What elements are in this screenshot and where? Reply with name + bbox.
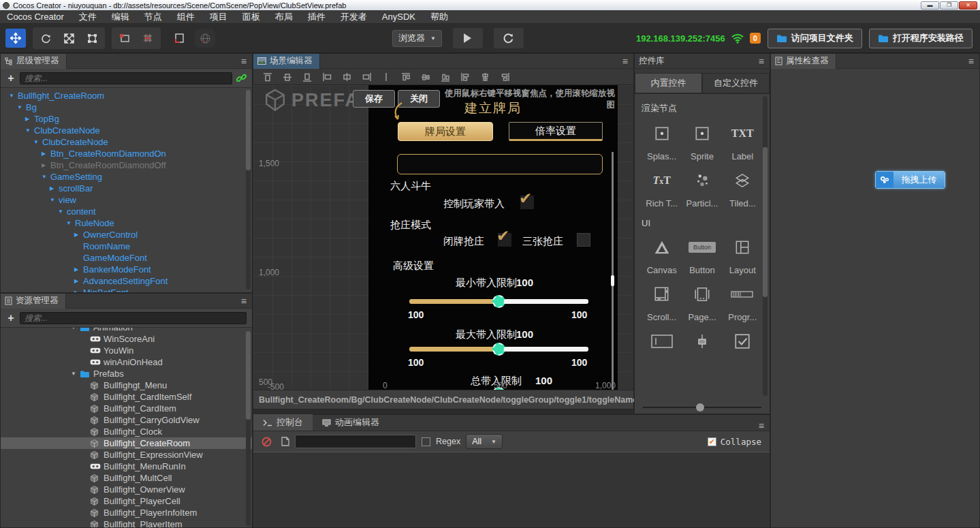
widget-toggle[interactable] [723,329,763,369]
clear-console-icon[interactable] [262,437,272,447]
collapse-checkbox[interactable]: ✔ [708,437,716,446]
dialog-name-input[interactable] [397,154,603,174]
widgets-menu-icon[interactable]: ≡ [759,57,764,66]
asset-item-Bullfight_PlayerCell[interactable]: Bullfight_PlayerCell [1,495,252,507]
align-vcenter-icon[interactable] [283,72,292,82]
hierarchy-node-RoomName[interactable]: RoomName [1,240,252,252]
widget-tiledmap[interactable]: Tiled... [723,168,763,208]
anchor-position-button[interactable] [114,29,135,48]
widget-scrollview[interactable]: Scroll... [642,282,682,322]
hierarchy-node-BankerModeFont[interactable]: ▶BankerModeFont [1,264,252,275]
widgets-tab-custom[interactable]: 自定义控件 [702,73,770,93]
align-bottom-icon[interactable] [302,72,312,82]
expand-arrow-icon[interactable]: ▼ [42,174,50,180]
collapse-arrow-icon[interactable]: ▶ [42,162,50,168]
asset-item-Bullfight_CreateRoom[interactable]: Bullfight_CreateRoom [1,437,252,449]
hierarchy-node-TopBg[interactable]: ▶TopBg [1,113,252,125]
menu-item-2[interactable]: 编辑 [105,11,136,23]
distribute-right-icon[interactable] [500,72,509,82]
scene-menu-icon[interactable]: ≡ [622,57,628,66]
widget-progressbar[interactable]: Progr... [723,282,763,322]
min-buyin-slider-track-filled[interactable] [409,299,499,304]
rect-tool-button[interactable] [82,29,102,48]
asset-item-Bullfight_CardItem[interactable]: Bullfight_CardItem [1,403,252,414]
assets-panel-tab[interactable]: 资源管理器 [1,294,66,309]
align-right-icon[interactable] [362,72,371,82]
asset-item-Bullfight_CarryGoldView[interactable]: Bullfight_CarryGoldView [1,414,252,426]
open-project-folder-button[interactable]: 访问项目文件夹 [768,29,862,48]
menu-item-8[interactable]: 插件 [301,11,332,23]
dialog-scrollbar[interactable] [612,152,614,390]
prefab-save-button[interactable]: 保存 [353,90,395,108]
widget-slider[interactable] [682,329,722,369]
expand-arrow-icon[interactable]: ▼ [71,328,80,330]
refresh-button[interactable] [494,28,524,48]
asset-item-Bullfight_PlayerItem[interactable]: Bullfight_PlayerItem [1,518,252,527]
globe-gizmo-button[interactable] [195,29,215,48]
asset-item-Animation[interactable]: ▼Animation [1,328,252,333]
widgets-tab-builtin[interactable]: 内置控件 [635,73,702,93]
min-buyin-slider-knob[interactable] [492,295,505,308]
hierarchy-menu-icon[interactable]: ≡ [241,57,247,66]
widget-layout[interactable]: Layout [723,235,763,275]
asset-item-Bullfight_ExpressionView[interactable]: Bullfight_ExpressionView [1,449,252,461]
distribute-hcenter-icon[interactable] [480,72,490,82]
asset-item-Prefabs[interactable]: ▼Prefabs [1,368,252,379]
widgets-zoom-slider[interactable] [635,401,770,414]
asset-item-Bullfight_MultCell[interactable]: Bullfight_MultCell [1,472,252,484]
menu-item-11[interactable]: 帮助 [424,11,455,23]
menu-item-7[interactable]: 布局 [268,11,300,23]
regex-checkbox[interactable] [422,437,430,446]
asset-item-winAniOnHead[interactable]: winAniOnHead [1,356,252,368]
widget-label[interactable]: TXTLabel [723,121,763,161]
hierarchy-node-Btn_CreateRoomDiamondOn[interactable]: ▶Btn_CreateRoomDiamondOn [1,148,252,159]
corner-gizmo-button[interactable] [169,29,189,48]
console-tab[interactable]: 控制台 [253,414,313,431]
hierarchy-node-ClubCreateNode[interactable]: ▼ClubCreateNode [1,125,252,136]
hierarchy-node-MinBetFont[interactable]: ▶MinBetFont [1,287,252,292]
assets-add-button[interactable]: + [6,313,16,324]
collapse-arrow-icon[interactable]: ▶ [74,232,83,238]
collapse-arrow-icon[interactable]: ▶ [25,116,34,122]
log-file-icon[interactable] [281,437,289,446]
align-left-icon[interactable] [322,72,332,82]
widget-sprite[interactable]: Splas... [642,121,682,161]
menu-item-6[interactable]: 面板 [236,11,267,23]
asset-item-Bullfight_OwnerView[interactable]: Bullfight_OwnerView [1,484,252,495]
animation-editor-tab[interactable]: 动画编辑器 [313,414,389,431]
max-buyin-slider-knob[interactable] [492,343,505,356]
menu-item-9[interactable]: 开发者 [334,11,374,23]
drag-upload-button[interactable]: 拖拽上传 [875,171,945,189]
banker-opt1-checkbox[interactable]: ✔ [498,233,511,247]
hierarchy-node-OwnerControl[interactable]: ▶OwnerControl [1,229,252,240]
inspector-menu-icon[interactable]: ≡ [968,57,974,66]
scene-viewport[interactable]: PREFAB 保存 关闭 1,500 1,000 500 -500 0 500 … [253,85,633,390]
asset-item-Bullfight_Clock[interactable]: Bullfight_Clock [1,426,252,437]
collapse-arrow-icon[interactable]: ▶ [74,290,83,292]
align-top-icon[interactable] [263,72,272,82]
expand-arrow-icon[interactable]: ▼ [33,139,42,145]
maximize-button[interactable]: ❐ [940,1,958,10]
move-tool-button[interactable] [5,29,26,48]
asset-item-Bullfight_PlayerInfoItem[interactable]: Bullfight_PlayerInfoItem [1,507,252,518]
collapse-arrow-icon[interactable]: ▶ [50,185,59,191]
dialog-tab-game-settings[interactable]: 牌局设置 [398,122,493,141]
menu-item-3[interactable]: 节点 [138,11,169,23]
anchor-grid-button[interactable] [138,29,158,48]
hierarchy-node-view[interactable]: ▼view [1,194,252,206]
distribute-vcenter-icon[interactable] [421,72,430,82]
expand-arrow-icon[interactable]: ▼ [66,220,75,226]
close-button[interactable]: ✕ [959,1,977,10]
hierarchy-node-RuleNode[interactable]: ▼RuleNode [1,217,252,229]
asset-item-YouWin[interactable]: YouWin [1,345,252,356]
widget-pageview[interactable]: Page... [682,282,722,322]
expand-arrow-icon[interactable]: ▼ [25,127,34,134]
browser-dropdown[interactable]: 浏览器 ▼ [392,30,442,47]
inspector-panel-tab[interactable]: 属性检查器 [771,54,836,69]
assets-search-input[interactable] [20,312,247,324]
max-buyin-slider-track-filled[interactable] [409,347,499,352]
hierarchy-node-Bullfight_CreateRoom[interactable]: ▼Bullfight_CreateRoom [1,90,252,102]
rotate-tool-button[interactable] [35,29,56,48]
scene-panel-tab[interactable]: 场景编辑器 [253,54,320,69]
hierarchy-node-content[interactable]: ▼content [1,206,252,217]
